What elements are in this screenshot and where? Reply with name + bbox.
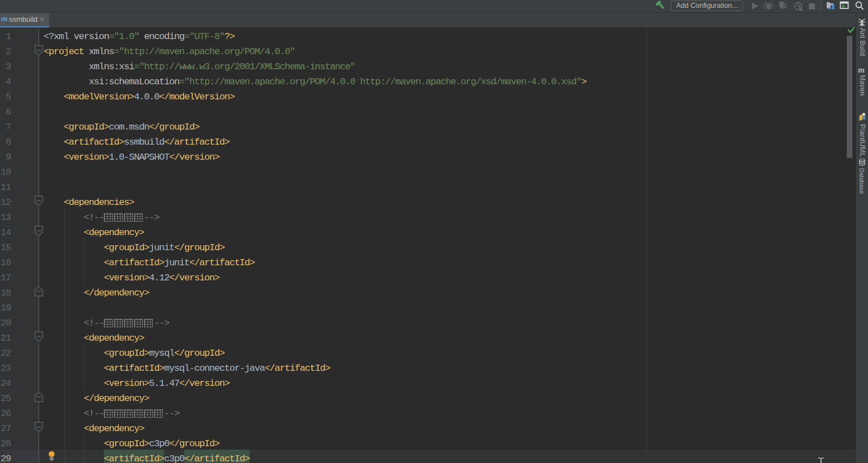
svg-text:m: m <box>858 65 865 74</box>
